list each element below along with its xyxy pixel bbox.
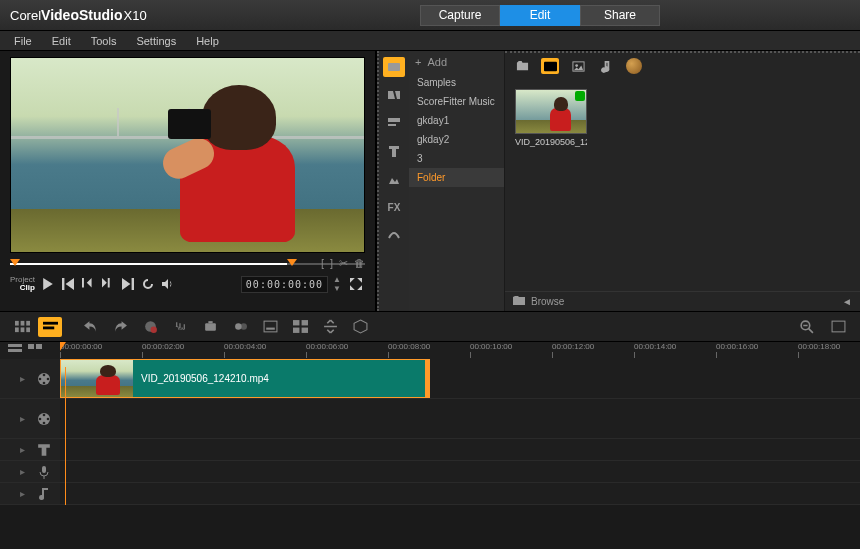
3d-button[interactable] (348, 317, 372, 337)
menu-tools[interactable]: Tools (83, 33, 125, 49)
browse-label[interactable]: Browse (531, 296, 564, 307)
cat-text-icon[interactable] (383, 141, 405, 161)
cat-path-icon[interactable] (383, 225, 405, 245)
volume-button[interactable] (159, 275, 177, 293)
track-header[interactable]: ▸ (0, 359, 60, 398)
preview-pane: [ ] ✂ 🗑 Project Clip 00:00:00:00 ▲▼ (0, 51, 375, 311)
preview-canvas[interactable] (10, 57, 365, 253)
scrub-start-handle[interactable] (10, 259, 20, 266)
tab-share[interactable]: Share (580, 5, 660, 26)
track-collapse-icon[interactable]: ▸ (20, 413, 30, 424)
subtitle-button[interactable] (258, 317, 282, 337)
track-body[interactable] (60, 483, 860, 504)
svg-rect-24 (301, 328, 307, 333)
zoom-fit-button[interactable] (826, 317, 850, 337)
track-header[interactable]: ▸ (0, 483, 60, 504)
pan-zoom-button[interactable] (318, 317, 342, 337)
scroll-left-icon[interactable]: ◄ (842, 296, 852, 307)
media-thumbnail[interactable]: VID_20190506_124210... (515, 89, 587, 147)
svg-rect-20 (266, 328, 275, 330)
track-header[interactable]: ▸ (0, 399, 60, 438)
app-logo: Corel VideoStudio X10 (0, 7, 157, 23)
timecode-stepper[interactable]: ▲▼ (333, 275, 341, 293)
track-header[interactable]: ▸ (0, 439, 60, 460)
scrub-end-handle[interactable] (287, 259, 297, 266)
voice-track: ▸ (0, 461, 860, 483)
timecode-display[interactable]: 00:00:00:00 (241, 276, 328, 293)
menu-settings[interactable]: Settings (128, 33, 184, 49)
import-icon[interactable] (513, 58, 531, 74)
timeline-view-button[interactable] (38, 317, 62, 337)
folder-item-selected[interactable]: Folder (409, 168, 504, 187)
svg-rect-26 (832, 321, 845, 332)
playhead-line[interactable] (65, 367, 66, 505)
ruler-mark: 00:00:06:00 (306, 342, 348, 351)
home-button[interactable] (59, 275, 77, 293)
browse-icon[interactable] (513, 296, 525, 308)
playback-controls: Project Clip 00:00:00:00 ▲▼ (2, 271, 373, 297)
folder-item[interactable]: Samples (409, 73, 504, 92)
cut-button[interactable]: ✂ (339, 257, 348, 270)
timeline-ruler[interactable]: 00:00:00:0000:00:02:0000:00:04:0000:00:0… (60, 342, 860, 359)
scrub-bar[interactable]: [ ] ✂ 🗑 (10, 257, 365, 271)
timeline-clip[interactable]: VID_20190506_124210.mp4 (60, 359, 430, 398)
folder-item[interactable]: ScoreFitter Music (409, 92, 504, 111)
track-collapse-icon[interactable]: ▸ (20, 373, 30, 384)
delete-button[interactable]: 🗑 (354, 257, 365, 270)
motion-track-button[interactable] (228, 317, 252, 337)
undo-button[interactable] (78, 317, 102, 337)
zoom-out-button[interactable] (794, 317, 818, 337)
title-track-icon (36, 442, 52, 458)
menu-help[interactable]: Help (188, 33, 227, 49)
globe-icon[interactable] (625, 58, 643, 74)
play-button[interactable] (39, 275, 57, 293)
expand-button[interactable] (347, 275, 365, 293)
mark-out-button[interactable]: ] (330, 257, 333, 270)
logo-name: VideoStudio (41, 7, 122, 23)
track-body[interactable]: VID_20190506_124210.mp4 (60, 359, 860, 398)
playhead-icon[interactable] (60, 342, 66, 351)
mode-toggle[interactable]: Project Clip (10, 276, 35, 292)
cat-graphic-icon[interactable] (383, 169, 405, 189)
storyboard-view-button[interactable] (10, 317, 34, 337)
track-body[interactable] (60, 461, 860, 482)
check-icon (575, 91, 585, 101)
folder-item[interactable]: gkday2 (409, 130, 504, 149)
cat-fx-icon[interactable]: FX (383, 197, 405, 217)
redo-button[interactable] (108, 317, 132, 337)
svg-rect-41 (42, 466, 46, 473)
prev-frame-button[interactable] (79, 275, 97, 293)
mark-in-button[interactable]: [ (321, 257, 324, 270)
tab-capture[interactable]: Capture (420, 5, 500, 26)
library-folder-list: + Add Samples ScoreFitter Music gkday1 g… (409, 51, 505, 311)
filter-video-icon[interactable] (541, 58, 559, 74)
ruler-toggle-1[interactable] (8, 344, 24, 358)
multicam-button[interactable] (288, 317, 312, 337)
svg-rect-6 (15, 321, 19, 326)
ruler-toggle-2[interactable] (28, 344, 44, 358)
next-frame-button[interactable] (99, 275, 117, 293)
end-button[interactable] (119, 275, 137, 293)
filter-photo-icon[interactable] (569, 58, 587, 74)
audio-mixer-button[interactable] (168, 317, 192, 337)
cat-media-icon[interactable] (383, 57, 405, 77)
add-folder-button[interactable]: + Add (409, 51, 504, 73)
ruler-mark: 00:00:02:00 (142, 342, 184, 351)
tab-edit[interactable]: Edit (500, 5, 580, 26)
folder-item[interactable]: gkday1 (409, 111, 504, 130)
auto-music-button[interactable] (198, 317, 222, 337)
filter-audio-icon[interactable] (597, 58, 615, 74)
repeat-button[interactable] (139, 275, 157, 293)
clip-handle-right[interactable] (425, 360, 429, 397)
svg-rect-13 (43, 327, 54, 330)
folder-item[interactable]: 3 (409, 149, 504, 168)
track-header[interactable]: ▸ (0, 461, 60, 482)
cat-transition-icon[interactable] (383, 85, 405, 105)
track-body[interactable] (60, 439, 860, 460)
menu-edit[interactable]: Edit (44, 33, 79, 49)
menu-file[interactable]: File (6, 33, 40, 49)
svg-rect-28 (8, 349, 22, 352)
track-body[interactable] (60, 399, 860, 438)
cat-title-icon[interactable] (383, 113, 405, 133)
record-button[interactable] (138, 317, 162, 337)
